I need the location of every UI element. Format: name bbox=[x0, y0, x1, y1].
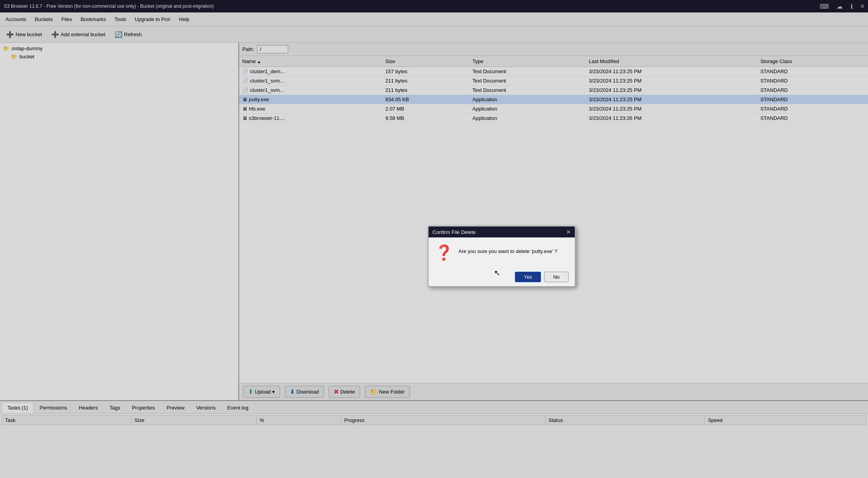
modal-no-button[interactable]: No bbox=[544, 272, 569, 282]
modal-question-icon: ❓ bbox=[435, 245, 453, 260]
modal-close-button[interactable]: ✕ bbox=[566, 229, 571, 235]
modal-overlay: Confirm File Delete ✕ ❓ Are you sure you… bbox=[0, 0, 868, 478]
modal-footer: Yes No bbox=[429, 268, 575, 286]
modal-title-bar: Confirm File Delete ✕ bbox=[429, 227, 575, 237]
confirm-delete-modal: Confirm File Delete ✕ ❓ Are you sure you… bbox=[428, 226, 576, 287]
modal-yes-button[interactable]: Yes bbox=[515, 272, 541, 282]
modal-message: Are you sure you want to delete 'putty.e… bbox=[458, 245, 557, 254]
modal-title-text: Confirm File Delete bbox=[432, 229, 476, 235]
modal-body: ❓ Are you sure you want to delete 'putty… bbox=[429, 237, 575, 268]
